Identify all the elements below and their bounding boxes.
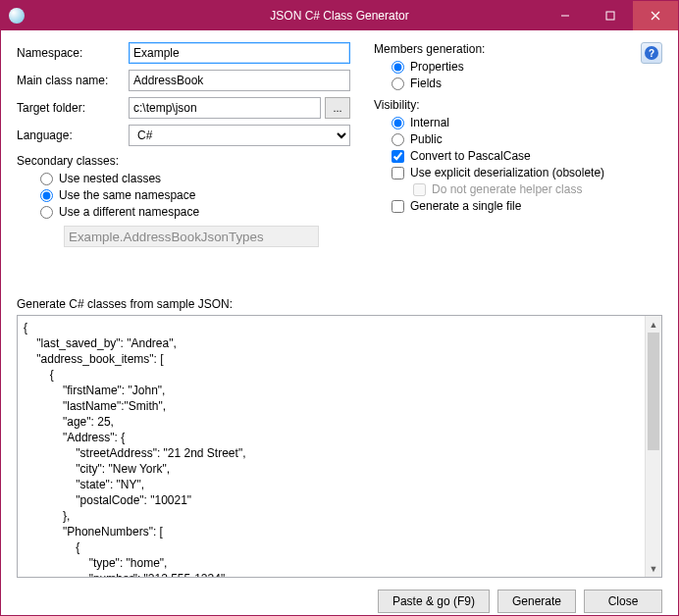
json-label: Generate C# classes from sample JSON: <box>1 297 678 311</box>
close-dialog-button[interactable]: Close <box>584 590 662 613</box>
titlebar[interactable]: JSON C# Class Generator <box>1 1 678 30</box>
svg-rect-1 <box>606 12 614 20</box>
fields-label: Fields <box>410 77 442 90</box>
left-column: Namespace: Main class name: Target folde… <box>17 42 350 285</box>
namespace-label: Namespace: <box>17 46 129 60</box>
browse-button[interactable]: ... <box>325 97 350 119</box>
diff-namespace-label: Use a different namespace <box>59 205 199 219</box>
maximize-button[interactable] <box>588 1 633 30</box>
explicit-checkbox[interactable] <box>392 167 404 180</box>
pascal-label: Convert to PascalCase <box>410 149 531 163</box>
scrollbar[interactable]: ▲ ▼ <box>645 316 661 577</box>
mainclass-label: Main class name: <box>17 74 129 87</box>
json-textarea[interactable]: { "last_saved_by": "Andrea", "address_bo… <box>18 316 645 577</box>
target-input[interactable] <box>129 97 321 119</box>
scroll-up-icon[interactable]: ▲ <box>646 316 661 333</box>
same-namespace-radio[interactable] <box>40 189 53 202</box>
nested-label: Use nested classes <box>59 172 161 185</box>
diff-namespace-radio[interactable] <box>40 206 53 219</box>
explicit-label: Use explicit deserialization (obsolete) <box>410 166 604 180</box>
secondary-label: Secondary classes: <box>17 154 350 168</box>
button-row: Paste & go (F9) Generate Close <box>1 578 678 616</box>
internal-label: Internal <box>410 116 449 129</box>
properties-label: Properties <box>410 60 464 74</box>
namespace-input[interactable] <box>129 42 350 64</box>
fields-radio[interactable] <box>392 77 404 90</box>
nested-radio[interactable] <box>40 173 53 185</box>
json-textarea-container: { "last_saved_by": "Andrea", "address_bo… <box>17 315 662 578</box>
close-button[interactable] <box>633 1 678 30</box>
scroll-down-icon[interactable]: ▼ <box>646 560 661 577</box>
same-namespace-label: Use the same namespace <box>59 188 195 202</box>
target-label: Target folder: <box>17 101 129 115</box>
generate-button[interactable]: Generate <box>497 590 576 613</box>
visibility-label: Visibility: <box>374 98 662 112</box>
pascal-checkbox[interactable] <box>392 150 404 163</box>
public-radio[interactable] <box>392 133 404 146</box>
nohelper-checkbox <box>413 183 426 196</box>
right-column: ? Members generation: Properties Fields … <box>374 42 662 285</box>
language-label: Language: <box>17 128 129 142</box>
language-select[interactable]: C# <box>129 125 350 146</box>
minimize-button[interactable] <box>543 1 588 30</box>
app-icon <box>9 8 25 24</box>
members-label: Members generation: <box>374 42 662 56</box>
paste-go-button[interactable]: Paste & go (F9) <box>378 590 490 613</box>
singlefile-checkbox[interactable] <box>392 200 404 213</box>
mainclass-input[interactable] <box>129 70 350 91</box>
help-icon: ? <box>645 46 658 60</box>
nohelper-label: Do not generate helper class <box>432 182 582 196</box>
internal-radio[interactable] <box>392 117 404 129</box>
window-controls <box>543 1 678 30</box>
public-label: Public <box>410 132 443 146</box>
singlefile-label: Generate a single file <box>410 199 521 213</box>
help-button[interactable]: ? <box>641 42 662 64</box>
properties-radio[interactable] <box>392 61 404 74</box>
diff-namespace-input <box>64 226 319 247</box>
scroll-thumb[interactable] <box>648 333 659 450</box>
